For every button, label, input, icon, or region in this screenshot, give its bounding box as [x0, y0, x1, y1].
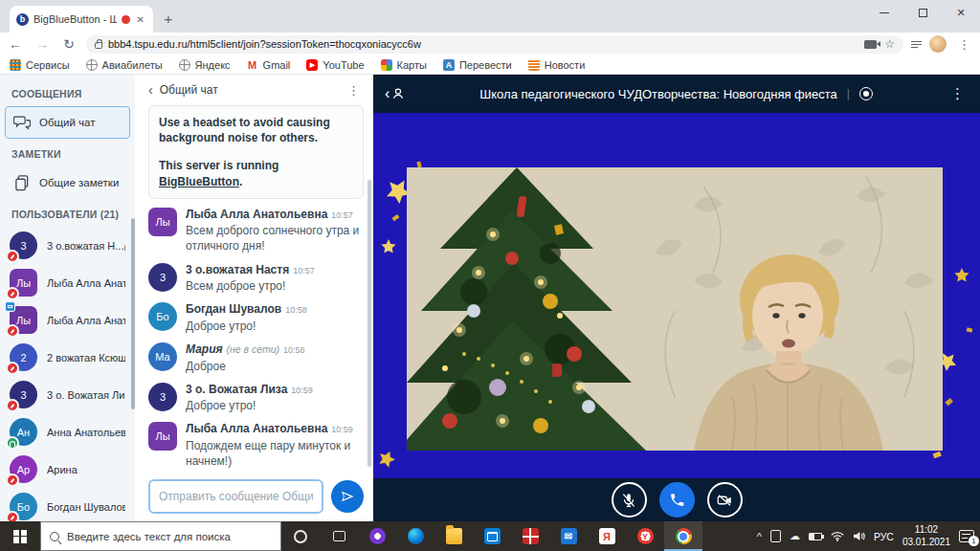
taskview-icon: [333, 531, 345, 541]
reload-button[interactable]: ↻: [59, 37, 78, 51]
user-list-item[interactable]: ЛыЛыба Алла Анато...: [0, 301, 135, 339]
cortana-icon: [294, 530, 307, 543]
user-list: 33 о.вожатая Н...(Вы)ЛыЛыба Алла Анато..…: [0, 227, 135, 521]
unmute-microphone-button[interactable]: [612, 482, 647, 518]
bookmark-star-icon[interactable]: ☆: [884, 37, 895, 51]
address-bar[interactable]: bbb4.tspu.edu.ru/html5client/join?sessio…: [86, 35, 903, 54]
user-list-item[interactable]: БоБогдан Шувалов: [0, 488, 135, 521]
bookmark-item[interactable]: Карты: [381, 59, 427, 71]
hidden-icons-chevron[interactable]: ^: [757, 531, 762, 542]
bookmark-item[interactable]: Яндекс: [179, 59, 231, 71]
taskbar-app-cortana[interactable]: [281, 521, 320, 551]
chat-message-header: Богдан Шувалов10:58: [186, 302, 364, 316]
reading-list-icon[interactable]: [911, 41, 922, 48]
translate-icon: A: [443, 59, 455, 71]
share-webcam-button[interactable]: [707, 482, 743, 518]
chat-scrollbar[interactable]: [368, 180, 371, 467]
user-name: Арина: [47, 464, 78, 475]
bookmark-label: Карты: [397, 59, 427, 71]
chat-message-text: Доброе утро!: [186, 398, 364, 413]
chat-message-input[interactable]: [148, 479, 323, 514]
restore-button[interactable]: [903, 0, 942, 25]
bookmark-item[interactable]: Авиабилеты: [86, 59, 163, 71]
wifi-icon[interactable]: [831, 531, 844, 541]
send-message-button[interactable]: [331, 480, 364, 513]
user-list-item[interactable]: ЛыЛыба Алла Анато...: [0, 264, 135, 301]
recording-indicator-icon[interactable]: [859, 87, 873, 100]
browser-menu-icon[interactable]: ⋮: [954, 37, 974, 52]
explorer-icon: [446, 528, 462, 544]
taskbar-app-edge[interactable]: [396, 521, 434, 551]
bookmark-item[interactable]: Новости: [528, 59, 586, 71]
camera-in-use-icon[interactable]: [864, 40, 879, 49]
battery-icon[interactable]: [809, 533, 822, 540]
start-button[interactable]: [0, 521, 40, 551]
taskbar-search-box[interactable]: Введите здесь текст для поиска: [40, 521, 281, 551]
onedrive-cloud-icon[interactable]: ☁: [790, 530, 800, 542]
user-list-item[interactable]: 33 о. Вожатая Лиза: [0, 376, 135, 413]
bookmark-item[interactable]: MGmail: [247, 59, 291, 71]
back-button[interactable]: ←: [6, 37, 25, 51]
taskbar-app-yandex[interactable]: Я: [588, 521, 626, 551]
new-tab-button[interactable]: +: [157, 7, 180, 30]
toggle-userlist-button[interactable]: ‹: [385, 85, 406, 102]
muted-phone-badge-icon: [6, 324, 19, 338]
user-list-item[interactable]: АнАнна Анатольевн...: [0, 413, 135, 451]
taskbar-app-store[interactable]: [473, 521, 511, 551]
device-icon[interactable]: [770, 530, 781, 542]
notification-count-badge: 1: [969, 536, 979, 546]
chat-message-text: Доброе утро!: [186, 319, 364, 334]
forward-button[interactable]: →: [33, 37, 52, 51]
stage-options-icon[interactable]: ⋮: [947, 85, 969, 102]
sidebar-item-shared-notes[interactable]: Общие заметки: [5, 166, 130, 199]
news-icon: [528, 59, 540, 71]
chat-options-icon[interactable]: ⋮: [344, 83, 364, 98]
bookmark-item[interactable]: Сервисы: [10, 59, 70, 71]
windows-taskbar: Введите здесь текст для поиска ✉ЯY ^ ☁ Р…: [0, 521, 980, 551]
language-indicator[interactable]: РУС: [874, 531, 894, 542]
taskbar-app-explorer[interactable]: [434, 521, 473, 551]
tab-close-icon[interactable]: ✕: [135, 13, 146, 26]
user-list-item[interactable]: АрАрина: [0, 451, 135, 488]
system-tray: ^ ☁ РУС 11:02 03.01.2021 1: [757, 521, 980, 551]
taskbar-app-mail[interactable]: ✉: [549, 521, 588, 551]
volume-icon[interactable]: [853, 531, 865, 541]
close-button[interactable]: ✕: [942, 0, 980, 25]
stage-header: ‹ Школа педагогического ЧУДОтворчества: …: [373, 75, 980, 113]
browser-profile-avatar[interactable]: [929, 35, 947, 53]
leave-audio-button[interactable]: [659, 482, 695, 518]
notes-section-header: ЗАМЕТКИ: [11, 148, 123, 160]
chat-message-body: 3 о.вожатая Настя10:57Всем доброе утро!: [186, 263, 364, 295]
taskbar-app-chrome[interactable]: [664, 521, 702, 551]
taskbar-app-ybrowser[interactable]: Y: [626, 521, 664, 551]
browser-tab[interactable]: b BigBlueButton - Школа педа ✕: [10, 6, 153, 33]
action-center-icon[interactable]: 1: [959, 530, 974, 542]
apps-grid-icon: [10, 59, 21, 71]
taskbar-app-gift[interactable]: [511, 521, 549, 551]
user-avatar: Лы: [10, 306, 37, 334]
webcam-video-feed[interactable]: [373, 113, 980, 478]
chat-back-icon[interactable]: ‹: [148, 82, 153, 98]
bookmark-item[interactable]: ▶YouTube: [306, 59, 364, 71]
search-placeholder: Введите здесь текст для поиска: [67, 531, 231, 542]
chat-message-header: Лыба Алла Анатольевна10:59: [186, 422, 364, 435]
bookmark-item[interactable]: AПеревести: [443, 59, 512, 71]
taskbar-app-taskview[interactable]: [320, 521, 358, 551]
chat-bubbles-icon: [13, 114, 31, 131]
search-icon: [50, 532, 59, 541]
user-avatar: Лы: [148, 208, 177, 236]
bigbluebutton-link[interactable]: BigBlueButton: [159, 175, 239, 188]
sidebar-item-public-chat[interactable]: Общий чат: [5, 106, 130, 139]
chat-message: ЛыЛыба Алла Анатольевна10:59Подождем еще…: [148, 422, 364, 469]
url-text[interactable]: bbb4.tspu.edu.ru/html5client/join?sessio…: [108, 38, 858, 50]
chat-message-body: Лыба Алла Анатольевна10:57Всем доброго с…: [186, 208, 364, 254]
chat-message-time: 10:57: [293, 266, 315, 276]
chat-message-author: 3 о. Вожатая Лиза: [186, 383, 287, 396]
minimize-button[interactable]: [865, 0, 903, 25]
user-list-item[interactable]: 22 вожатая Ксюша: [0, 339, 135, 376]
user-name: 2 вожатая Ксюша: [47, 352, 125, 364]
user-list-item[interactable]: 33 о.вожатая Н...(Вы): [0, 227, 135, 264]
taskbar-app-alice[interactable]: [358, 521, 396, 551]
taskbar-clock[interactable]: 11:02 03.01.2021: [902, 524, 950, 548]
chat-message-body: 3 о. Вожатая Лиза10:59Доброе утро!: [186, 383, 364, 414]
